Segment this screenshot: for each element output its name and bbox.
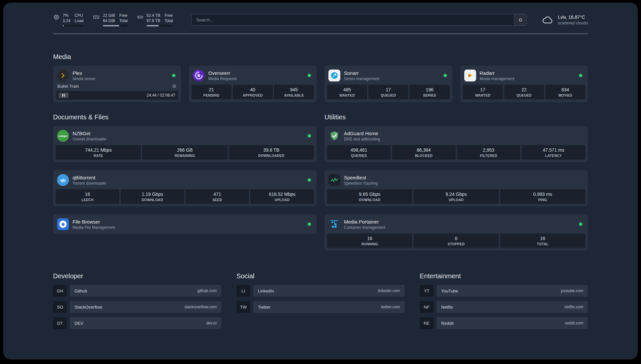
search-input[interactable]: [192, 14, 514, 25]
memory-usage-bar: [103, 25, 128, 26]
service-title: Media Portainer: [344, 219, 575, 225]
bookmark-youtube[interactable]: YT YouTube youtube.com: [420, 285, 588, 297]
service-subtitle: Speedtest Tracking: [344, 181, 584, 186]
bookmark-abbr: LI: [236, 285, 250, 297]
settings-gear-icon[interactable]: ⚙: [172, 84, 176, 89]
bookmark-twitter[interactable]: TW Twitter twitter.com: [236, 301, 405, 313]
service-title: Sonarr: [344, 70, 440, 76]
disk-icon: [137, 14, 143, 20]
status-dot: [172, 74, 175, 77]
bookmark-name: StackOverflow: [75, 305, 102, 310]
weather-location: Lviv, 16.87°C: [558, 15, 588, 20]
service-subtitle: Media Requests: [208, 76, 304, 81]
service-card-speedtest[interactable]: Speedtest Speedtest Tracking 9.65 Gbps D…: [324, 170, 588, 206]
stat-ping: 0.993 ms PING: [500, 189, 585, 204]
service-card-adguard[interactable]: AdGuard Home DNS and adblocking 498,461 …: [324, 126, 588, 162]
bookmark-abbr: RE: [420, 317, 434, 329]
bookmark-abbr: YT: [420, 285, 434, 297]
service-title: NZBGet: [73, 131, 304, 136]
service-card-radarr[interactable]: Radarr Movie management 17 WANTED 22 QUE…: [460, 66, 588, 102]
service-card-filebrowser[interactable]: File Browser Media File Management: [53, 214, 317, 234]
service-card-nzbget[interactable]: nzbget NZBGet Usenet downloader 744.21 M…: [53, 126, 317, 162]
stat-rate: 744.21 Mbps RATE: [56, 145, 141, 160]
plex-icon: [57, 70, 69, 81]
service-subtitle: Container management: [344, 225, 575, 230]
weather-widget: Lviv, 16.87°C scattered clouds: [542, 15, 588, 25]
section-heading-developer: Developer: [53, 272, 221, 280]
overseerr-icon: [193, 70, 205, 81]
media-player-bar[interactable]: 24:44 / 02:06:47: [56, 91, 178, 100]
cpu-icon: [53, 14, 60, 20]
disk-total-value: 97.9 TB: [146, 18, 160, 23]
service-card-overseerr[interactable]: Overseerr Media Requests 21 PENDING 40 A…: [189, 66, 317, 102]
disk-total-label: Total: [165, 18, 173, 23]
topbar-divider: [53, 34, 588, 34]
memory-total-value: 64 GiB: [103, 18, 115, 23]
bookmark-github[interactable]: GH Github github.com: [53, 285, 221, 297]
bookmark-reddit[interactable]: RE Reddit reddit.com: [420, 317, 588, 329]
service-title: Plex: [73, 70, 168, 76]
stat-running: 16 RUNNING: [327, 233, 412, 248]
cpu-percent: 7%: [63, 13, 70, 18]
cpu-load-label: Load: [75, 18, 83, 23]
playback-time: 24:44 / 02:06:47: [147, 93, 175, 98]
bookmark-group-developer: Developer GH Github github.com SO StackO…: [53, 272, 221, 333]
service-title: Radarr: [480, 70, 576, 76]
nzbget-icon: nzbget: [57, 130, 69, 142]
memory-total-label: Total: [119, 18, 128, 23]
section-heading-media: Media: [53, 53, 588, 61]
cpu-load-value: 3.24: [63, 18, 70, 23]
stat-queued: 17 QUEUED: [368, 85, 408, 99]
sonarr-icon: [328, 70, 340, 81]
bookmark-abbr: DT: [53, 317, 67, 329]
bookmark-group-social: Social LI LinkedIn linkedin.com TW Twitt…: [236, 272, 405, 333]
stat-series: 196 SERIES: [410, 85, 449, 99]
search-bar: G: [191, 14, 527, 26]
stat-upload: 9.24 Gbps UPLOAD: [413, 189, 499, 204]
bookmark-name: Netflix: [441, 305, 453, 310]
weather-condition: scattered clouds: [558, 21, 588, 25]
bookmark-stackoverflow[interactable]: SO StackOverflow stackoverflow.com: [53, 301, 221, 313]
adguard-icon: [328, 130, 340, 142]
speedtest-icon: [328, 174, 340, 186]
stat-total: 16 TOTAL: [500, 233, 585, 248]
status-dot: [579, 223, 582, 226]
bookmark-name: Reddit: [441, 321, 454, 326]
dashboard-app: 7% 3.24 CPU Load: [3, 3, 638, 359]
disk-usage-bar: [146, 25, 173, 26]
pause-button[interactable]: [59, 93, 69, 98]
stat-seed: 471 SEED: [186, 189, 249, 204]
service-title: qBittorrent: [73, 175, 304, 180]
bookmark-domain: reddit.com: [565, 321, 583, 325]
stat-download: 1.19 Gbps DOWNLOAD: [121, 189, 184, 204]
status-dot: [308, 74, 311, 77]
service-subtitle: Usenet downloader: [73, 137, 304, 141]
bookmark-netflix[interactable]: NF Netflix netflix.com: [420, 301, 588, 313]
bookmark-dev[interactable]: DT DEV dev.to: [53, 317, 221, 329]
service-card-sonarr[interactable]: Sonarr Series management 485 WANTED 17 Q…: [324, 66, 452, 102]
stat-pending: 21 PENDING: [192, 85, 231, 99]
bookmark-domain: github.com: [197, 288, 217, 293]
bookmark-group-entertainment: Entertainment YT YouTube youtube.com NF …: [420, 272, 588, 333]
bookmark-domain: netflix.com: [565, 305, 583, 309]
service-card-portainer[interactable]: Media Portainer Container management 16 …: [324, 214, 588, 251]
service-subtitle: Media File Management: [73, 225, 304, 230]
service-subtitle: Torrent downloader: [73, 181, 304, 186]
service-subtitle: DNS and adblocking: [344, 137, 584, 141]
service-card-qbittorrent[interactable]: qb qBittorrent Torrent downloader 16 LEE…: [53, 170, 317, 206]
stat-downloaded: 39.6 TB DOWNLOADED: [229, 145, 314, 160]
bookmark-linkedin[interactable]: LI LinkedIn linkedin.com: [236, 285, 405, 297]
stat-wanted: 17 WANTED: [463, 85, 503, 99]
qbittorrent-icon: qb: [57, 174, 69, 186]
memory-free-value: 22 GiB: [103, 13, 115, 18]
stat-queued: 22 QUEUED: [504, 85, 544, 99]
status-dot: [308, 178, 311, 182]
stat-leech: 16 LEECH: [56, 189, 119, 204]
bookmark-name: Github: [75, 288, 87, 293]
service-card-plex[interactable]: Plex Media server Bullet Train ⚙ 24:44 /…: [53, 66, 181, 102]
search-provider-button[interactable]: G: [514, 14, 527, 25]
now-playing-title: Bullet Train: [57, 84, 79, 89]
stat-upload: 618.52 Mbps UPLOAD: [250, 189, 314, 204]
section-heading-entertainment: Entertainment: [420, 272, 588, 280]
service-subtitle: Movie management: [480, 76, 576, 81]
